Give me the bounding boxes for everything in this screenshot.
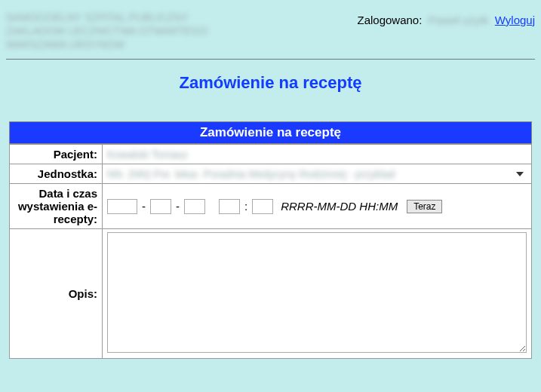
date-format-hint: RRRR-MM-DD HH:MM (281, 200, 398, 213)
form-table: Pacjent: Kowalski Tomasz Jednostka: NN. … (9, 144, 532, 359)
value-date-cell: - - : RRRR-MM-DD HH:MM Teraz (103, 184, 532, 229)
now-button[interactable]: Teraz (407, 200, 442, 213)
label-patient: Pacjent: (10, 145, 103, 164)
row-opis: Opis: (10, 229, 532, 359)
value-patient-cell: Kowalski Tomasz (103, 145, 532, 164)
form-wrap: Zamówienie na receptę Pacjent: Kowalski … (9, 121, 532, 359)
hour-input[interactable] (219, 199, 240, 214)
row-date: Data i czas wystawienia e-recepty: - - :… (10, 184, 532, 229)
value-opis-cell (103, 229, 532, 359)
chevron-down-icon[interactable] (516, 172, 524, 176)
value-patient: Kowalski Tomasz (107, 149, 188, 161)
day-input[interactable] (184, 199, 205, 214)
sep-dash-2: - (176, 200, 180, 213)
label-date: Data i czas wystawienia e-recepty: (10, 184, 103, 229)
month-input[interactable] (150, 199, 171, 214)
logout-link[interactable]: Wyloguj (495, 14, 535, 26)
section-header: Zamówienie na receptę (9, 121, 532, 144)
top-bar: SAMODZIELNY SZPITAL PUBLICZNY ZAKLADOW L… (6, 6, 535, 60)
date-row: - - : RRRR-MM-DD HH:MM Teraz (107, 199, 527, 214)
value-unit: NN. (NN) Por. lekar. Poradnia Medycyny R… (107, 168, 395, 180)
page-title: Zamówienie na receptę (6, 73, 535, 93)
value-unit-cell: NN. (NN) Por. lekar. Poradnia Medycyny R… (103, 164, 532, 184)
opis-textarea[interactable] (107, 232, 527, 353)
sep-colon: : (244, 200, 247, 213)
label-opis: Opis: (10, 229, 103, 359)
logged-user: Paweł użytk (429, 14, 489, 26)
logged-label: Zalogowano: (357, 14, 422, 26)
row-unit: Jednostka: NN. (NN) Por. lekar. Poradnia… (10, 164, 532, 184)
label-unit: Jednostka: (10, 164, 103, 184)
unit-select[interactable]: NN. (NN) Por. lekar. Poradnia Medycyny R… (107, 168, 527, 180)
minute-input[interactable] (252, 199, 273, 214)
login-block: Zalogowano: Paweł użytk Wyloguj (357, 11, 535, 26)
org-name: SAMODZIELNY SZPITAL PUBLICZNY ZAKLADOW L… (6, 11, 207, 51)
row-patient: Pacjent: Kowalski Tomasz (10, 145, 532, 164)
sep-dash-1: - (142, 200, 146, 213)
year-input[interactable] (107, 199, 137, 214)
